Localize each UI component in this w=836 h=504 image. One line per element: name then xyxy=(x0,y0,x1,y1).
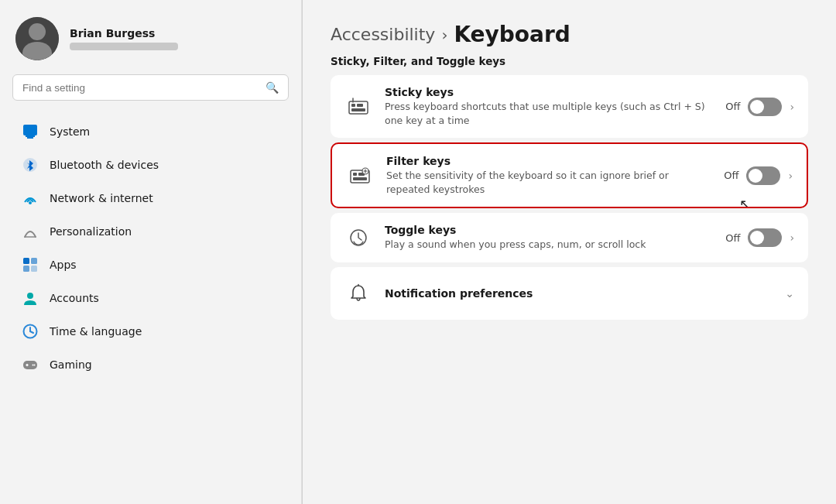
sidebar-item-apps-label: Apps xyxy=(50,259,77,271)
sticky-keys-status: Off xyxy=(725,101,740,112)
svg-rect-9 xyxy=(31,266,37,272)
filter-keys-row[interactable]: Filter keys Set the sensitivity of the k… xyxy=(332,144,807,207)
sticky-keys-row[interactable]: Sticky keys Press keyboard shortcuts tha… xyxy=(331,75,808,138)
sidebar-item-apps[interactable]: Apps xyxy=(6,249,295,281)
toggle-keys-card: Toggle keys Play a sound when you press … xyxy=(331,213,808,262)
sidebar-item-time-label: Time & language xyxy=(50,325,142,338)
filter-keys-title: Filter keys xyxy=(386,155,711,167)
sticky-keys-toggle[interactable] xyxy=(748,98,782,116)
sidebar-item-bluetooth[interactable]: Bluetooth & devices xyxy=(6,149,295,181)
svg-rect-8 xyxy=(23,266,29,272)
filter-keys-status: Off xyxy=(724,170,738,181)
toggle-keys-desc: Play a sound when you press caps, num, o… xyxy=(385,238,713,252)
time-icon xyxy=(22,323,39,340)
filter-keys-card: Filter keys Set the sensitivity of the k… xyxy=(331,142,808,208)
svg-point-17 xyxy=(33,365,34,366)
sidebar: Brian Burgess 🔍 System xyxy=(0,0,302,504)
breadcrumb-separator: › xyxy=(441,26,447,44)
sticky-keys-icon xyxy=(344,93,372,121)
accounts-icon xyxy=(22,290,39,307)
toggle-keys-icon xyxy=(344,224,372,252)
sticky-keys-text: Sticky keys Press keyboard shortcuts tha… xyxy=(385,86,713,127)
bluetooth-icon xyxy=(22,156,39,173)
filter-keys-chevron: › xyxy=(788,170,793,182)
sticky-keys-right: Off › xyxy=(725,98,794,116)
filter-keys-toggle-knob xyxy=(749,169,762,183)
sidebar-item-system-label: System xyxy=(50,125,90,138)
user-profile: Brian Burgess xyxy=(0,0,301,74)
nav-list: System Bluetooth & devices Network & int… xyxy=(0,111,301,504)
filter-keys-icon xyxy=(346,162,374,190)
sticky-keys-title: Sticky keys xyxy=(385,86,713,98)
sidebar-item-bluetooth-label: Bluetooth & devices xyxy=(50,159,159,171)
svg-rect-22 xyxy=(351,108,365,111)
sticky-keys-card: Sticky keys Press keyboard shortcuts tha… xyxy=(331,75,808,138)
svg-rect-19 xyxy=(349,101,368,114)
sidebar-item-accounts[interactable]: Accounts xyxy=(6,282,295,314)
user-name: Brian Burgess xyxy=(70,27,178,39)
toggle-keys-status: Off xyxy=(725,232,740,244)
sticky-keys-chevron: › xyxy=(790,101,794,113)
search-icon: 🔍 xyxy=(266,81,279,94)
main-content: Accessibility › Keyboard Sticky, Filter,… xyxy=(303,0,836,504)
user-email-bar xyxy=(70,43,178,50)
breadcrumb-parent[interactable]: Accessibility xyxy=(331,25,435,44)
system-icon xyxy=(22,123,39,140)
svg-point-10 xyxy=(27,293,33,299)
sidebar-item-system[interactable]: System xyxy=(6,115,295,148)
filter-keys-toggle[interactable] xyxy=(746,166,780,185)
filter-keys-right: Off › xyxy=(724,166,793,185)
sidebar-item-network-label: Network & internet xyxy=(50,192,153,204)
breadcrumb: Accessibility › Keyboard xyxy=(331,22,808,47)
svg-rect-6 xyxy=(23,258,29,264)
gaming-icon xyxy=(22,356,39,373)
sidebar-item-gaming-label: Gaming xyxy=(50,358,92,371)
section-label: Sticky, Filter, and Toggle keys xyxy=(331,55,808,67)
notification-chevron-down: ⌄ xyxy=(785,287,794,300)
search-box[interactable]: 🔍 xyxy=(12,74,289,101)
sidebar-item-personalization[interactable]: Personalization xyxy=(6,215,295,248)
sticky-keys-toggle-knob xyxy=(750,100,764,114)
toggle-keys-chevron: › xyxy=(790,231,794,244)
toggle-keys-text: Toggle keys Play a sound when you press … xyxy=(385,224,713,252)
avatar xyxy=(15,17,59,60)
breadcrumb-current: Keyboard xyxy=(454,22,570,47)
search-input[interactable] xyxy=(22,82,259,94)
svg-rect-27 xyxy=(353,177,367,180)
sidebar-item-network[interactable]: Network & internet xyxy=(6,182,295,214)
notification-icon xyxy=(344,279,372,307)
svg-point-18 xyxy=(34,365,36,366)
user-info: Brian Burgess xyxy=(70,27,178,50)
toggle-keys-right: Off › xyxy=(725,228,794,247)
toggle-keys-title: Toggle keys xyxy=(385,224,713,236)
sidebar-item-gaming[interactable]: Gaming xyxy=(6,348,295,381)
sidebar-item-accounts-label: Accounts xyxy=(50,292,99,304)
svg-rect-0 xyxy=(23,125,37,135)
svg-rect-20 xyxy=(351,104,355,107)
notification-preferences-card: Notification preferences ⌄ xyxy=(331,267,808,320)
toggle-keys-toggle-knob xyxy=(750,231,764,245)
svg-rect-1 xyxy=(27,137,33,139)
svg-rect-7 xyxy=(31,258,37,264)
svg-rect-21 xyxy=(357,104,363,107)
toggle-keys-row[interactable]: Toggle keys Play a sound when you press … xyxy=(331,213,808,262)
sticky-keys-desc: Press keyboard shortcuts that use multip… xyxy=(385,100,713,127)
sidebar-item-time[interactable]: Time & language xyxy=(6,315,295,348)
notification-preferences-title: Notification preferences xyxy=(385,287,773,300)
svg-line-13 xyxy=(30,331,33,333)
toggle-keys-toggle[interactable] xyxy=(748,228,782,247)
sidebar-item-personalization-label: Personalization xyxy=(50,225,132,238)
filter-keys-text: Filter keys Set the sensitivity of the k… xyxy=(386,155,711,196)
apps-icon xyxy=(22,256,39,273)
filter-keys-desc: Set the sensitivity of the keyboard so i… xyxy=(386,169,711,196)
personalization-icon xyxy=(22,223,39,240)
network-icon xyxy=(22,190,39,207)
svg-point-4 xyxy=(29,201,32,204)
svg-rect-2 xyxy=(26,135,35,137)
notification-preferences-row[interactable]: Notification preferences ⌄ xyxy=(331,267,808,320)
svg-rect-25 xyxy=(353,173,357,176)
